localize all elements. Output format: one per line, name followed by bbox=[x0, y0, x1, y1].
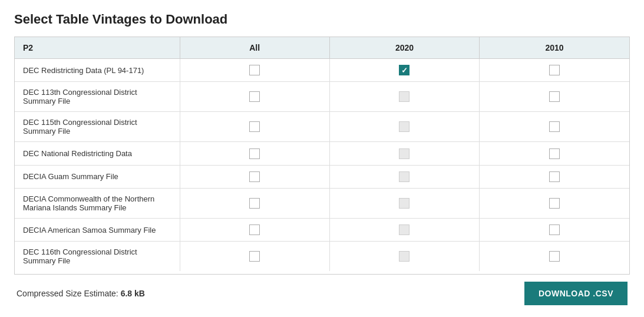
table-row: DEC 113th Congressional District Summary… bbox=[15, 82, 629, 112]
table-row: DEC National Redistricting Data bbox=[15, 142, 629, 165]
col-header-all: All bbox=[180, 37, 329, 59]
page-container: Select Table Vintages to Download P2 All… bbox=[0, 0, 644, 317]
checkbox-unchecked-icon[interactable] bbox=[549, 224, 560, 235]
checkbox-cell-y2020[interactable] bbox=[329, 112, 479, 142]
checkbox-unchecked-icon[interactable] bbox=[249, 251, 260, 262]
checkbox-unchecked-icon[interactable] bbox=[549, 148, 560, 159]
size-estimate: Compressed Size Estimate: 6.8 kB bbox=[16, 289, 145, 298]
checkbox-unchecked-icon[interactable] bbox=[549, 65, 560, 75]
checkbox-disabled-icon bbox=[399, 251, 409, 262]
checkbox-cell-y2010[interactable] bbox=[480, 112, 629, 142]
checkbox-cell-all[interactable] bbox=[180, 242, 329, 272]
row-label: DEC National Redistricting Data bbox=[15, 142, 180, 165]
checkbox-cell-all[interactable] bbox=[180, 218, 329, 241]
download-csv-button[interactable]: DOWNLOAD .CSV bbox=[524, 282, 628, 305]
checkbox-unchecked-icon[interactable] bbox=[549, 251, 560, 262]
checkbox-cell-all[interactable] bbox=[180, 82, 329, 112]
checkbox-cell-all[interactable] bbox=[180, 165, 329, 188]
table-row: DECIA American Samoa Summary File bbox=[15, 218, 629, 241]
checkbox-cell-y2020[interactable] bbox=[329, 165, 479, 188]
checkbox-cell-y2010[interactable] bbox=[480, 188, 629, 218]
checkbox-unchecked-icon[interactable] bbox=[249, 121, 260, 132]
checkbox-unchecked-icon[interactable] bbox=[249, 65, 260, 75]
checkbox-disabled-icon bbox=[399, 91, 409, 102]
checkbox-cell-y2010[interactable] bbox=[480, 242, 629, 272]
checkbox-disabled-icon bbox=[399, 171, 409, 182]
checkbox-unchecked-icon[interactable] bbox=[549, 171, 560, 182]
checkbox-cell-y2010[interactable] bbox=[480, 82, 629, 112]
size-label: Compressed Size Estimate: bbox=[16, 289, 121, 298]
checkbox-disabled-icon bbox=[399, 198, 409, 209]
checkbox-unchecked-icon[interactable] bbox=[549, 91, 560, 102]
checkbox-cell-y2010[interactable] bbox=[480, 218, 629, 241]
table-row: DECIA Guam Summary File bbox=[15, 165, 629, 188]
row-label: DEC Redistricting Data (PL 94-171) bbox=[15, 59, 180, 82]
checkbox-unchecked-icon[interactable] bbox=[549, 198, 560, 209]
checkbox-unchecked-icon[interactable] bbox=[249, 224, 260, 235]
col-header-name: P2 bbox=[15, 37, 180, 59]
table-header-row: P2 All 2020 2010 bbox=[15, 37, 629, 59]
checkbox-cell-y2010[interactable] bbox=[480, 142, 629, 165]
checkbox-cell-all[interactable] bbox=[180, 142, 329, 165]
checkbox-cell-y2020[interactable] bbox=[329, 142, 479, 165]
checkbox-disabled-icon bbox=[399, 121, 409, 132]
checkbox-unchecked-icon[interactable] bbox=[249, 91, 260, 102]
row-label: DEC 115th Congressional District Summary… bbox=[15, 112, 180, 142]
row-label: DECIA Guam Summary File bbox=[15, 165, 180, 188]
checkbox-cell-all[interactable] bbox=[180, 59, 329, 82]
checkbox-cell-y2020[interactable] bbox=[329, 188, 479, 218]
checkbox-cell-y2020[interactable] bbox=[329, 82, 479, 112]
table-row: DEC 115th Congressional District Summary… bbox=[15, 112, 629, 142]
table-row: DECIA Commonwealth of the Northern Maria… bbox=[15, 188, 629, 218]
table-row: DEC 116th Congressional District Summary… bbox=[15, 242, 629, 272]
checkbox-unchecked-icon[interactable] bbox=[549, 121, 560, 132]
checkbox-disabled-icon bbox=[399, 224, 409, 235]
table-wrapper: P2 All 2020 2010 DEC Redistricting Data … bbox=[14, 37, 630, 275]
row-label: DEC 113th Congressional District Summary… bbox=[15, 82, 180, 112]
checkbox-cell-y2020[interactable] bbox=[329, 59, 479, 82]
col-header-2010: 2010 bbox=[480, 37, 629, 59]
checkbox-unchecked-icon[interactable] bbox=[249, 171, 260, 182]
table-row: DEC Redistricting Data (PL 94-171) bbox=[15, 59, 629, 82]
row-label: DECIA American Samoa Summary File bbox=[15, 218, 180, 241]
size-value: 6.8 kB bbox=[121, 289, 145, 298]
checkbox-cell-y2020[interactable] bbox=[329, 218, 479, 241]
checkbox-cell-y2020[interactable] bbox=[329, 242, 479, 272]
footer-bar: Compressed Size Estimate: 6.8 kB DOWNLOA… bbox=[14, 275, 630, 308]
checkbox-cell-y2010[interactable] bbox=[480, 165, 629, 188]
page-title: Select Table Vintages to Download bbox=[14, 12, 630, 27]
checkbox-disabled-icon bbox=[399, 148, 409, 159]
vintages-table: P2 All 2020 2010 DEC Redistricting Data … bbox=[15, 37, 629, 271]
checkbox-cell-y2010[interactable] bbox=[480, 59, 629, 82]
row-label: DEC 116th Congressional District Summary… bbox=[15, 242, 180, 272]
checkbox-cell-all[interactable] bbox=[180, 112, 329, 142]
row-label: DECIA Commonwealth of the Northern Maria… bbox=[15, 188, 180, 218]
checkbox-unchecked-icon[interactable] bbox=[249, 148, 260, 159]
checkbox-unchecked-icon[interactable] bbox=[249, 198, 260, 209]
col-header-2020: 2020 bbox=[329, 37, 479, 59]
checkbox-cell-all[interactable] bbox=[180, 188, 329, 218]
checkbox-checked-icon[interactable] bbox=[399, 65, 409, 75]
